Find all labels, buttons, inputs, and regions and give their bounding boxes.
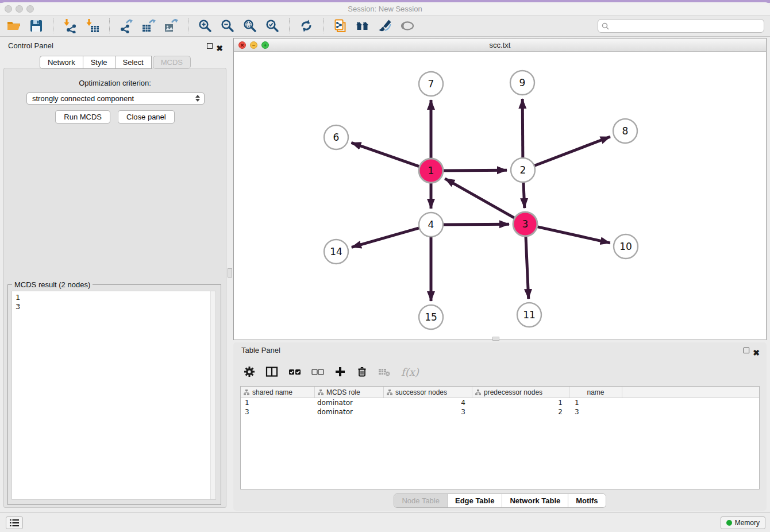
select-stepper-icon xyxy=(195,95,200,102)
table-options-icon[interactable] xyxy=(244,366,255,377)
edge-4-3[interactable] xyxy=(442,224,509,225)
float-table-panel-icon[interactable] xyxy=(744,348,749,353)
export-image-icon[interactable] xyxy=(163,18,179,34)
toolbar-separator xyxy=(53,18,53,33)
run-mcds-button[interactable]: Run MCDS xyxy=(55,110,110,124)
delete-column-icon[interactable] xyxy=(356,366,368,377)
tab-edge-table[interactable]: Edge Table xyxy=(447,494,502,507)
mcds-result-text[interactable]: 13 xyxy=(11,291,216,500)
app-window: Session: New Session xyxy=(0,0,770,532)
edge-1-6[interactable] xyxy=(351,142,421,167)
network-title: scc.txt xyxy=(234,38,766,52)
float-panel-icon[interactable] xyxy=(207,43,213,49)
table-cell[interactable]: 1 xyxy=(472,398,569,407)
table-cell[interactable]: dominator xyxy=(315,407,384,417)
selected-option: strongly connected component xyxy=(32,94,134,103)
edge-2-3[interactable] xyxy=(523,181,525,208)
tab-select[interactable]: Select xyxy=(115,56,152,69)
close-table-panel-icon[interactable]: ✖ xyxy=(753,345,760,361)
mcds-result-title: MCDS result (2 nodes) xyxy=(12,280,93,289)
table-cell[interactable]: 2 xyxy=(472,407,569,417)
network-window-titlebar[interactable]: ✕ − + scc.txt xyxy=(234,38,766,52)
node-label: 15 xyxy=(425,311,437,323)
search-box[interactable] xyxy=(598,19,764,33)
table-header-row: shared nameMCDS rolesuccessor nodesprede… xyxy=(241,387,759,398)
table-tabs: Node TableEdge TableNetwork TableMotifs xyxy=(233,494,767,508)
node-label: 3 xyxy=(522,218,529,230)
zoom-out-icon[interactable] xyxy=(220,18,236,34)
table-cell[interactable]: 4 xyxy=(384,398,472,407)
apply-style-icon[interactable] xyxy=(377,18,393,34)
select-all-columns-icon[interactable] xyxy=(288,366,301,377)
sort-hierarchy-icon xyxy=(244,390,249,395)
edge-3-11[interactable] xyxy=(526,235,529,299)
node-table[interactable]: shared nameMCDS rolesuccessor nodesprede… xyxy=(240,386,760,489)
add-column-icon[interactable] xyxy=(334,366,346,377)
column-header-predecessor-nodes[interactable]: predecessor nodes xyxy=(472,387,569,398)
column-header-name[interactable]: name xyxy=(569,387,622,398)
zoom-selected-icon[interactable] xyxy=(264,18,280,34)
main-toolbar xyxy=(0,16,770,37)
tab-style[interactable]: Style xyxy=(83,56,116,69)
edge-4-14[interactable] xyxy=(352,228,421,247)
search-input[interactable] xyxy=(611,21,760,30)
sort-hierarchy-icon xyxy=(475,390,481,395)
table-cell[interactable]: 3 xyxy=(384,407,472,417)
window-title: Session: New Session xyxy=(0,2,770,16)
edge-2-9[interactable] xyxy=(522,99,523,159)
column-header-successor-nodes[interactable]: successor nodes xyxy=(384,387,472,398)
table-cell[interactable]: 1 xyxy=(241,398,315,407)
save-session-icon[interactable] xyxy=(28,18,44,34)
node-label: 10 xyxy=(619,241,632,252)
tab-node-table[interactable]: Node Table xyxy=(394,494,447,507)
column-header-MCDS-role[interactable]: MCDS role xyxy=(315,387,384,398)
optimization-criterion-select[interactable]: strongly connected component xyxy=(26,92,205,105)
show-hide-icon[interactable] xyxy=(399,18,415,34)
import-network-icon[interactable] xyxy=(62,18,78,34)
show-networks-icon[interactable] xyxy=(355,18,371,34)
result-scrollbar[interactable] xyxy=(210,291,215,499)
edge-2-8[interactable] xyxy=(533,137,610,166)
panel-splitter-handle[interactable] xyxy=(228,268,232,277)
tab-mcds[interactable]: MCDS xyxy=(153,56,191,69)
sort-hierarchy-icon xyxy=(387,390,392,395)
export-table-icon[interactable] xyxy=(141,18,157,34)
bottom-splitter-handle[interactable] xyxy=(492,337,499,341)
table-panel-title: Table Panel xyxy=(241,346,280,354)
table-panel-header: Table Panel ✖ xyxy=(233,342,767,358)
edge-3-1[interactable] xyxy=(445,179,515,219)
table-cell[interactable]: dominator xyxy=(315,398,384,407)
table-cell[interactable]: 1 xyxy=(569,398,622,407)
network-canvas[interactable]: 7968124314101511 xyxy=(234,52,766,340)
close-panel-icon[interactable]: ✖ xyxy=(216,40,223,56)
edge-3-10[interactable] xyxy=(536,226,610,243)
table-cell[interactable]: 3 xyxy=(241,407,315,417)
table-row[interactable]: 1dominator411 xyxy=(241,398,759,407)
column-layout-icon[interactable] xyxy=(265,366,278,377)
titlebar[interactable]: Session: New Session xyxy=(0,2,770,16)
open-session-icon[interactable] xyxy=(6,18,22,34)
table-row[interactable]: 3dominator323 xyxy=(241,407,759,417)
toolbar-separator xyxy=(109,18,110,33)
sort-hierarchy-icon xyxy=(318,390,324,395)
node-label: 8 xyxy=(622,125,629,137)
import-table-icon[interactable] xyxy=(84,18,101,34)
deselect-all-columns-icon[interactable] xyxy=(311,366,324,377)
edge-1-2[interactable] xyxy=(442,170,507,171)
zoom-fit-icon[interactable] xyxy=(242,18,258,34)
apply-layout-icon[interactable] xyxy=(298,18,314,34)
clone-network-icon[interactable] xyxy=(332,18,348,34)
task-history-button[interactable] xyxy=(6,516,23,529)
node-label: 2 xyxy=(520,164,526,176)
memory-button[interactable]: Memory xyxy=(721,516,765,529)
tab-motifs[interactable]: Motifs xyxy=(568,494,605,507)
table-cell[interactable]: 3 xyxy=(569,407,622,417)
tab-network-table[interactable]: Network Table xyxy=(502,494,568,507)
export-network-icon[interactable] xyxy=(118,18,134,34)
toolbar-separator xyxy=(188,18,188,33)
tab-network[interactable]: Network xyxy=(40,56,83,69)
column-header-shared-name[interactable]: shared name xyxy=(241,387,315,398)
zoom-in-icon[interactable] xyxy=(197,18,213,34)
close-panel-button[interactable]: Close panel xyxy=(118,110,175,124)
mcds-result-group: MCDS result (2 nodes) 13 xyxy=(7,284,221,505)
